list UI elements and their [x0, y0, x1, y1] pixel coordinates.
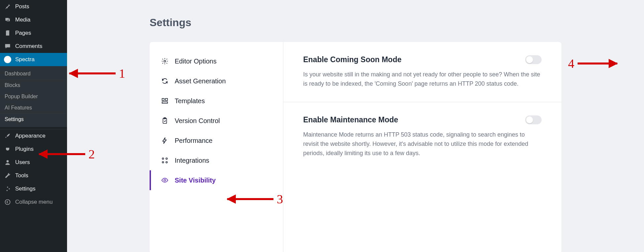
toggle-coming-soon[interactable]	[525, 55, 542, 64]
layout-icon	[161, 97, 169, 105]
tab-site-visibility[interactable]: Site Visibility	[150, 170, 283, 190]
nav-plugins[interactable]: Plugins	[0, 143, 67, 156]
svg-point-15	[166, 161, 167, 163]
tab-version-control[interactable]: Version Control	[150, 111, 283, 131]
tab-label: Asset Generation	[175, 77, 226, 85]
svg-point-12	[162, 158, 164, 159]
pages-icon	[4, 29, 11, 37]
nav-comments[interactable]: Comments	[0, 40, 67, 53]
setting-maintenance: Enable Maintenance Mode Maintenance Mode…	[283, 102, 561, 171]
grid-icon	[161, 156, 169, 164]
setting-desc: Is your website still in the making and …	[303, 70, 542, 89]
nav-label: Collapse menu	[15, 199, 53, 205]
tab-templates[interactable]: Templates	[150, 91, 283, 111]
nav-label: Comments	[15, 43, 42, 50]
sliders-icon	[4, 185, 11, 192]
nav-label: Users	[15, 159, 30, 166]
sub-ai-features[interactable]: AI Features	[0, 102, 67, 113]
spectra-icon	[4, 56, 11, 63]
eye-icon	[161, 176, 169, 184]
svg-rect-7	[162, 99, 164, 101]
tab-label: Site Visibility	[175, 177, 216, 184]
bolt-icon	[161, 137, 169, 145]
clipboard-icon	[161, 117, 169, 125]
nav-label: Media	[15, 17, 30, 23]
nav-pages[interactable]: Pages	[0, 26, 67, 40]
toggle-knob	[526, 116, 533, 123]
svg-point-4	[7, 190, 8, 191]
refresh-icon	[161, 77, 169, 85]
nav-label: Pages	[15, 30, 31, 36]
svg-point-13	[166, 158, 167, 159]
tab-label: Integrations	[175, 157, 209, 164]
nav-tools[interactable]: Tools	[0, 169, 67, 182]
setting-coming-soon: Enable Coming Soon Mode Is your website …	[283, 42, 561, 102]
plug-icon	[4, 146, 11, 153]
tab-label: Performance	[175, 137, 213, 145]
sub-blocks[interactable]: Blocks	[0, 80, 67, 91]
nav-users[interactable]: Users	[0, 156, 67, 169]
settings-body: Enable Coming Soon Mode Is your website …	[283, 42, 561, 252]
tab-label: Editor Options	[175, 58, 217, 65]
sub-dashboard[interactable]: Dashboard	[0, 68, 67, 79]
brush-icon	[4, 132, 11, 140]
gear-icon	[161, 57, 169, 65]
nav-spectra[interactable]: Spectra	[0, 53, 67, 66]
settings-panel: Editor Options Asset Generation Template…	[150, 42, 561, 252]
sub-settings[interactable]: Settings	[0, 114, 67, 125]
setting-desc: Maintenance Mode returns an HTTP 503 sta…	[303, 130, 542, 158]
wrench-icon	[4, 172, 11, 179]
content-area: Settings Editor Options Asset Generation…	[67, 0, 644, 252]
toggle-knob	[526, 56, 533, 63]
nav-label: Spectra	[15, 56, 35, 63]
svg-point-5	[5, 200, 10, 205]
setting-title: Enable Maintenance Mode	[303, 115, 542, 124]
nav-label: Appearance	[15, 133, 46, 139]
svg-point-2	[7, 187, 8, 188]
nav-media[interactable]: Media	[0, 13, 67, 26]
svg-rect-9	[162, 102, 168, 104]
sub-popup-builder[interactable]: Popup Builder	[0, 91, 67, 102]
svg-point-3	[9, 188, 10, 189]
svg-point-0	[8, 19, 9, 20]
tab-performance[interactable]: Performance	[150, 131, 283, 150]
svg-point-16	[164, 179, 166, 181]
tab-integrations[interactable]: Integrations	[150, 150, 283, 170]
svg-point-14	[162, 161, 164, 163]
tab-label: Version Control	[175, 117, 220, 125]
user-icon	[4, 159, 11, 166]
tab-asset-generation[interactable]: Asset Generation	[150, 71, 283, 91]
svg-rect-8	[165, 99, 167, 101]
nav-posts[interactable]: Posts	[0, 0, 67, 13]
media-icon	[4, 16, 11, 23]
tab-editor-options[interactable]: Editor Options	[150, 51, 283, 71]
settings-tabs: Editor Options Asset Generation Template…	[150, 42, 283, 252]
pin-icon	[4, 3, 11, 10]
spectra-submenu: Dashboard Blocks Popup Builder AI Featur…	[0, 66, 67, 127]
toggle-maintenance[interactable]	[525, 115, 542, 124]
svg-point-6	[164, 60, 166, 62]
nav-label: Plugins	[15, 146, 34, 152]
nav-collapse[interactable]: Collapse menu	[0, 195, 67, 209]
wp-admin-sidebar: Posts Media Pages Comments Spectra Dashb…	[0, 0, 67, 252]
nav-label: Settings	[15, 186, 35, 192]
nav-label: Tools	[15, 172, 28, 179]
setting-title: Enable Coming Soon Mode	[303, 55, 542, 64]
comment-icon	[4, 43, 11, 50]
nav-label: Posts	[15, 3, 29, 10]
nav-settings[interactable]: Settings	[0, 182, 67, 195]
nav-appearance[interactable]: Appearance	[0, 129, 67, 143]
tab-label: Templates	[175, 97, 205, 105]
collapse-icon	[4, 198, 11, 206]
svg-point-1	[7, 160, 9, 162]
page-title: Settings	[150, 17, 561, 29]
